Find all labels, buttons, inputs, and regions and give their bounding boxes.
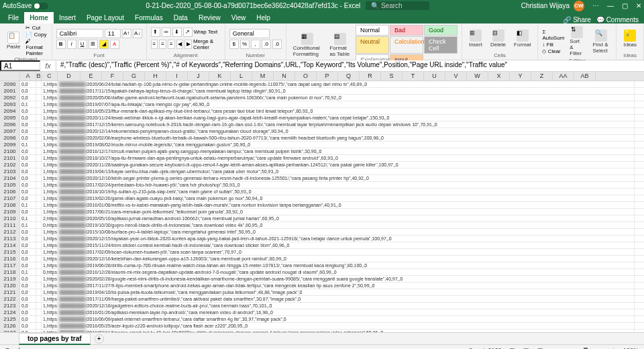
- underline-button[interactable]: U: [78, 40, 87, 49]
- add-sheet-button[interactable]: +: [95, 334, 104, 344]
- col-header-U[interactable]: U: [424, 72, 445, 81]
- col-header-L[interactable]: L: [231, 72, 252, 81]
- close-icon[interactable]: ✕: [636, 2, 641, 9]
- cell-grid[interactable]: 20900,01,https:/████████/2020/06/24/tota…: [0, 81, 644, 332]
- row-header[interactable]: 2113: [0, 236, 20, 242]
- tab-insert[interactable]: Insert: [54, 12, 81, 23]
- row-header[interactable]: 2090: [0, 81, 20, 87]
- number-format-select[interactable]: [229, 29, 270, 38]
- col-header-G[interactable]: G: [123, 72, 145, 81]
- row-header[interactable]: 2099: [0, 142, 20, 148]
- col-header-AB[interactable]: AB: [574, 72, 596, 81]
- border-button[interactable]: ⊞: [89, 40, 98, 49]
- row-header[interactable]: 2106: [0, 189, 20, 195]
- row-header[interactable]: 2104: [0, 175, 20, 181]
- tab-help[interactable]: Help: [251, 12, 276, 23]
- style-check-cell[interactable]: Check Cell: [424, 36, 458, 54]
- row-header[interactable]: 2127: [0, 330, 20, 332]
- ideas-button[interactable]: 💡Ideas: [621, 28, 639, 49]
- table-row[interactable]: 20900,01,https:/████████/2020/06/24/tota…: [0, 81, 644, 88]
- row-header[interactable]: 2101: [0, 155, 20, 161]
- table-row[interactable]: 21090,01,https:/████████/2017/06/21/cara…: [0, 209, 644, 215]
- table-row[interactable]: 21240,01,https:/████████/2016/01/26/apli…: [0, 309, 644, 316]
- col-header-AA[interactable]: AA: [553, 72, 574, 81]
- search-box[interactable]: 🔍 Search: [366, 1, 429, 10]
- table-row[interactable]: 21120,01,https:/████████/2015/10/08/surf…: [0, 229, 644, 236]
- decrease-font-icon[interactable]: A↓: [133, 29, 142, 38]
- format-as-table-button[interactable]: ▤Format as Table: [327, 32, 352, 58]
- row-header[interactable]: 2102: [0, 162, 20, 168]
- row-header[interactable]: 2121: [0, 289, 20, 295]
- row-header[interactable]: 2112: [0, 229, 20, 235]
- align-top-icon[interactable]: ⬆: [151, 28, 160, 37]
- table-row[interactable]: 21200,01,https:/████████/2017/11/27/9-ti…: [0, 283, 644, 289]
- fx-icon[interactable]: fx: [40, 60, 56, 71]
- table-row[interactable]: 20960,01,https:/████████/2017/12/15/kere…: [0, 121, 644, 128]
- clear-button[interactable]: ◇ Clear: [542, 48, 564, 54]
- increase-indent-icon[interactable]: ▶: [184, 40, 192, 49]
- row-header[interactable]: 2108: [0, 202, 20, 208]
- decrease-decimal-icon[interactable]: .0: [272, 40, 282, 49]
- paste-button[interactable]: 📋Paste: [4, 30, 23, 51]
- table-row[interactable]: 21260,01,https:/████████/2016/05/25/acer…: [0, 323, 644, 330]
- col-header-R[interactable]: R: [360, 72, 381, 81]
- row-header[interactable]: 2118: [0, 269, 20, 275]
- italic-button[interactable]: I: [67, 40, 76, 49]
- row-header[interactable]: 2119: [0, 276, 20, 282]
- table-row[interactable]: 21130,01,https:/████████/2020/12/15/raya…: [0, 236, 644, 242]
- user-name[interactable]: Christian Wijaya: [521, 2, 570, 9]
- col-header-X[interactable]: X: [488, 72, 510, 81]
- style-normal[interactable]: Normal: [356, 25, 389, 36]
- table-row[interactable]: 21070,01,https:/████████/2019/02/26/game…: [0, 195, 644, 202]
- table-row[interactable]: 20970,01,https:/████████/2020/12/14/reko…: [0, 128, 644, 135]
- col-header-C[interactable]: C: [42, 72, 58, 81]
- comments-button[interactable]: 💬 Comments: [596, 16, 639, 23]
- col-header-P[interactable]: P: [317, 72, 338, 81]
- col-header-J[interactable]: J: [188, 72, 209, 81]
- bold-button[interactable]: B: [56, 40, 66, 49]
- table-row[interactable]: 21160,01,https:/████████/2020/12/16/kele…: [0, 256, 644, 262]
- wrap-text-button[interactable]: Wrap Text: [194, 29, 218, 35]
- table-row[interactable]: 20930,11,https:/████████/2019/07/07/apa-…: [0, 101, 644, 108]
- tab-view[interactable]: View: [226, 12, 252, 23]
- col-header-F[interactable]: F: [102, 72, 123, 81]
- row-header[interactable]: 2098: [0, 135, 20, 141]
- find-select-button[interactable]: 🔍Find & Select: [590, 28, 612, 55]
- autosave-toggle[interactable]: AutoSave: [3, 2, 48, 9]
- font-name-select[interactable]: [56, 29, 103, 38]
- row-header[interactable]: 2091: [0, 88, 20, 94]
- table-row[interactable]: 21230,01,https:/████████/2020/12/18/gadg…: [0, 303, 644, 309]
- name-box[interactable]: [0, 60, 40, 71]
- table-row[interactable]: 20910,01,https:/████████/2017/11/15/apak…: [0, 88, 644, 95]
- align-center-icon[interactable]: ≡: [159, 40, 166, 49]
- align-bottom-icon[interactable]: ⬇: [172, 28, 182, 37]
- tab-data[interactable]: Data: [168, 12, 193, 23]
- table-row[interactable]: 21250,01,https:/████████/2016/06/09/pake…: [0, 316, 644, 323]
- col-header-I[interactable]: I: [166, 72, 188, 81]
- cut-button[interactable]: ✂ Cut: [25, 25, 47, 31]
- col-header-K[interactable]: K: [209, 72, 231, 81]
- delete-cells-button[interactable]: ⊟Delete: [488, 28, 508, 49]
- style-calculation[interactable]: Calculation: [390, 36, 423, 54]
- table-row[interactable]: 21150,01,https:/████████/2017/02/09/scan…: [0, 249, 644, 256]
- sheet-tab-top-pages[interactable]: top pages by traf: [19, 333, 91, 345]
- copy-button[interactable]: 📄 Copy: [25, 32, 47, 38]
- table-row[interactable]: 21140,01,https:/████████/2015/11/24/bbm-…: [0, 242, 644, 249]
- row-header[interactable]: 2122: [0, 296, 20, 302]
- col-header-V[interactable]: V: [445, 72, 467, 81]
- style-neutral[interactable]: Neutral: [356, 36, 389, 54]
- tab-file[interactable]: File: [3, 12, 24, 23]
- row-header[interactable]: 2097: [0, 128, 20, 134]
- col-header-E[interactable]: E: [80, 72, 102, 81]
- font-color-button[interactable]: A: [110, 40, 119, 49]
- table-row[interactable]: 21060,01,https:/████████/2018/10/19/hp-s…: [0, 189, 644, 195]
- col-header-B[interactable]: B: [36, 72, 42, 81]
- table-row[interactable]: 21110,10,https:/████████/2019/10/30/gopr…: [0, 222, 644, 229]
- increase-decimal-icon[interactable]: .0: [262, 40, 271, 49]
- row-header[interactable]: 2103: [0, 168, 20, 174]
- format-cells-button[interactable]: ◧Format: [511, 28, 533, 49]
- insert-cells-button[interactable]: ⊞Insert: [466, 28, 485, 49]
- row-header[interactable]: 2105: [0, 182, 20, 188]
- row-header[interactable]: 2093: [0, 101, 20, 107]
- row-header[interactable]: 2120: [0, 283, 20, 289]
